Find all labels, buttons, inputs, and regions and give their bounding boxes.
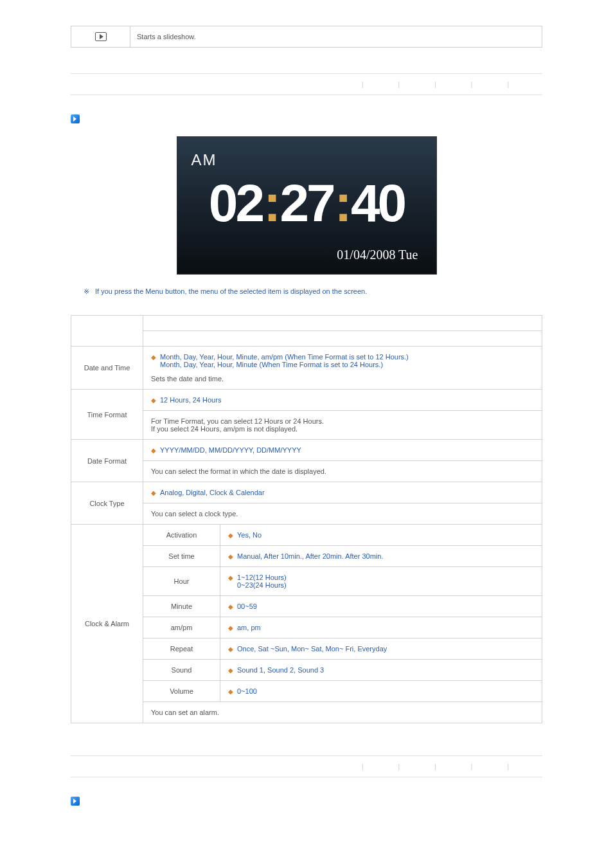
option-text: Once, Sat ~Sun, Mon~ Sat, Mon~ Fri, Ever…: [237, 645, 387, 653]
bullet-icon: ◆: [151, 354, 156, 361]
bullet-icon: ◆: [228, 553, 233, 560]
row-desc: Sets the date and time.: [151, 375, 534, 383]
table-row-date-time: Date and Time ◆Month, Day, Year, Hour, M…: [71, 347, 542, 390]
row-label: Clock Type: [71, 482, 143, 525]
bullet-icon: ◆: [228, 667, 233, 674]
option-text: Analog, Digital, Clock & Calendar: [160, 489, 265, 496]
table-row-activation: Clock & Alarm Activation ◆Yes, No: [71, 525, 542, 546]
row-desc: If you select 24 Hours, am/pm is not dis…: [151, 425, 534, 433]
clock-preview: AM 02:27:40 01/04/2008 Tue: [177, 136, 437, 275]
table-row-time-format: Time Format ◆12 Hours, 24 Hours: [71, 390, 542, 411]
section-arrow-icon: [71, 114, 80, 123]
sub-label: Volume: [143, 681, 220, 702]
clock-meridiem: AM: [191, 151, 217, 169]
bullet-icon: ◆: [228, 603, 233, 610]
row-label: Time Format: [71, 390, 143, 440]
table-header-row: [71, 316, 542, 331]
bullet-icon: ◆: [151, 489, 156, 496]
sub-label: am/pm: [143, 617, 220, 638]
bullet-icon: ◆: [151, 447, 156, 454]
note-marker-icon: ※: [84, 287, 89, 295]
clock-date: 01/04/2008 Tue: [337, 248, 418, 262]
option-text: Month, Day, Year, Hour, Minute (When Tim…: [160, 361, 383, 368]
clock-time: 02:27:40: [177, 173, 436, 233]
option-text: 00~59: [237, 602, 257, 610]
option-text: 0~100: [237, 687, 257, 695]
option-text: 12 Hours, 24 Hours: [160, 396, 221, 404]
slideshow-row: Starts a slideshow.: [71, 26, 542, 48]
option-text: am, pm: [237, 624, 261, 631]
row-label: Date Format: [71, 440, 143, 482]
nav-separator-row: | | | | |: [71, 73, 542, 95]
row-desc: For Time Format, you can select 12 Hours…: [151, 417, 534, 425]
bullet-icon: ◆: [228, 688, 233, 695]
nav-separator-row: | | | | |: [71, 755, 542, 777]
bullet-icon: ◆: [228, 624, 233, 631]
sub-label: Repeat: [143, 638, 220, 660]
row-desc: You can select the format in which the d…: [143, 461, 542, 482]
bullet-icon: ◆: [228, 574, 233, 581]
table-row-clock-type: Clock Type ◆Analog, Digital, Clock & Cal…: [71, 482, 542, 503]
option-text: YYYY/MM/DD, MM/DD/YYYY, DD/MM/YYYY: [160, 446, 301, 454]
row-desc: You can set an alarm.: [143, 702, 542, 723]
sub-label: Set time: [143, 546, 220, 567]
option-text: Sound 1, Sound 2, Sound 3: [237, 666, 324, 674]
bullet-icon: ◆: [151, 397, 156, 404]
note-text: If you press the Menu button, the menu o…: [95, 287, 367, 295]
bullet-icon: ◆: [228, 532, 233, 539]
sub-label: Hour: [143, 567, 220, 596]
option-text: Yes, No: [237, 531, 262, 539]
clock-settings-table: Date and Time ◆Month, Day, Year, Hour, M…: [71, 315, 542, 723]
slideshow-icon-cell: [71, 26, 130, 47]
option-text: Month, Day, Year, Hour, Minute, am/pm (W…: [160, 353, 409, 361]
sub-label: Activation: [143, 525, 220, 546]
row-label: Date and Time: [71, 347, 143, 390]
slideshow-play-icon: [95, 32, 107, 41]
table-row-date-format: Date Format ◆YYYY/MM/DD, MM/DD/YYYY, DD/…: [71, 440, 542, 461]
row-label: Clock & Alarm: [71, 525, 143, 723]
option-text: 0~23(24 Hours): [237, 581, 287, 589]
sub-label: Minute: [143, 596, 220, 617]
sub-label: Sound: [143, 660, 220, 681]
menu-note: ※ If you press the Menu button, the menu…: [84, 287, 542, 296]
option-text: Manual, After 10min., After 20min. After…: [237, 552, 383, 560]
slideshow-description: Starts a slideshow.: [130, 26, 542, 47]
bullet-icon: ◆: [228, 646, 233, 653]
section-arrow-icon: [71, 797, 80, 806]
row-desc: You can select a clock type.: [143, 503, 542, 525]
option-text: 1~12(12 Hours): [237, 574, 287, 581]
